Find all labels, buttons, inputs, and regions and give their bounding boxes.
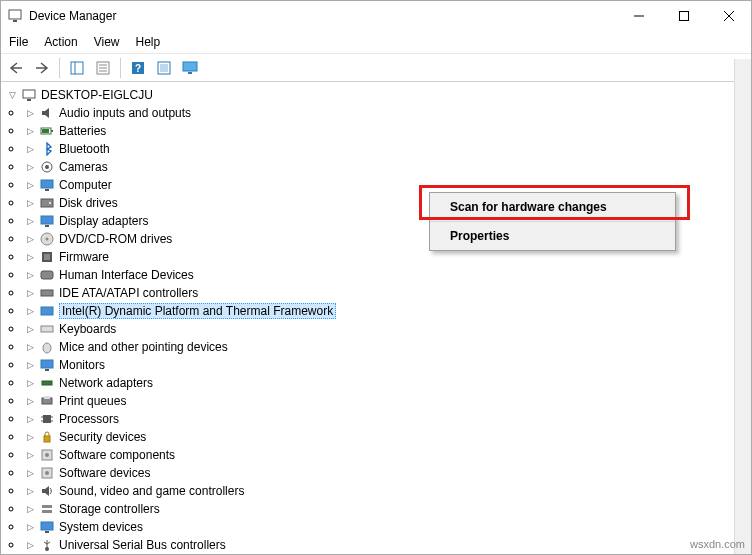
toolbar-separator bbox=[120, 58, 121, 78]
software-icon bbox=[39, 447, 55, 463]
svg-rect-30 bbox=[45, 225, 49, 227]
tree-node[interactable]: ▷Storage controllers bbox=[23, 500, 751, 518]
tree-node[interactable]: ▷Cameras bbox=[23, 158, 751, 176]
expander-icon[interactable]: ▷ bbox=[23, 322, 37, 336]
expander-icon[interactable]: ▷ bbox=[23, 412, 37, 426]
svg-rect-6 bbox=[71, 62, 83, 74]
tree-node[interactable]: ▷Universal Serial Bus controllers bbox=[23, 536, 751, 551]
expander-icon[interactable]: ▷ bbox=[23, 484, 37, 498]
svg-rect-17 bbox=[188, 72, 192, 74]
tree-node-label: Keyboards bbox=[59, 322, 116, 336]
properties-button[interactable] bbox=[92, 57, 114, 79]
svg-rect-36 bbox=[41, 290, 53, 296]
close-button[interactable] bbox=[706, 1, 751, 31]
expander-icon[interactable]: ▷ bbox=[23, 232, 37, 246]
expander-icon[interactable]: ▷ bbox=[23, 376, 37, 390]
tree-node[interactable]: ▷Software devices bbox=[23, 464, 751, 482]
tree-node-label: Cameras bbox=[59, 160, 108, 174]
expander-icon[interactable]: ▷ bbox=[23, 430, 37, 444]
menu-action[interactable]: Action bbox=[44, 35, 77, 49]
tree-node[interactable]: ▷Batteries bbox=[23, 122, 751, 140]
minimize-button[interactable] bbox=[616, 1, 661, 31]
svg-rect-51 bbox=[44, 436, 50, 442]
device-manager-icon bbox=[7, 8, 23, 24]
tree-node[interactable]: ▷Monitors bbox=[23, 356, 751, 374]
svg-rect-1 bbox=[13, 20, 17, 22]
expander-icon[interactable]: ▷ bbox=[23, 106, 37, 120]
tree-node[interactable]: ▷Software components bbox=[23, 446, 751, 464]
menu-help[interactable]: Help bbox=[136, 35, 161, 49]
tree-node[interactable]: ▷System devices bbox=[23, 518, 751, 536]
menu-file[interactable]: File bbox=[9, 35, 28, 49]
expander-icon[interactable]: ▷ bbox=[23, 448, 37, 462]
computer-icon bbox=[21, 87, 37, 103]
tree-node-label: System devices bbox=[59, 520, 143, 534]
svg-rect-25 bbox=[41, 180, 53, 188]
tree-node-label: Universal Serial Bus controllers bbox=[59, 538, 226, 551]
expander-icon[interactable]: ▷ bbox=[23, 142, 37, 156]
svg-rect-21 bbox=[51, 130, 53, 132]
tree-node[interactable]: ▷Keyboards bbox=[23, 320, 751, 338]
tree-node-label: Bluetooth bbox=[59, 142, 110, 156]
back-button[interactable] bbox=[5, 57, 27, 79]
root-label: DESKTOP-EIGLCJU bbox=[41, 88, 153, 102]
tree-node[interactable]: ▷Bluetooth bbox=[23, 140, 751, 158]
expander-icon[interactable]: ▷ bbox=[23, 268, 37, 282]
expander-icon[interactable]: ▷ bbox=[23, 214, 37, 228]
expander-icon[interactable]: ▷ bbox=[23, 538, 37, 551]
expander-icon[interactable]: ▷ bbox=[23, 340, 37, 354]
tree-node[interactable]: ▷Print queues bbox=[23, 392, 751, 410]
svg-rect-29 bbox=[41, 216, 53, 224]
svg-rect-26 bbox=[45, 189, 49, 191]
context-properties[interactable]: Properties bbox=[430, 222, 675, 250]
audio-icon bbox=[39, 105, 55, 121]
context-menu: Scan for hardware changes Properties bbox=[429, 192, 676, 251]
expander-icon[interactable]: ▷ bbox=[23, 358, 37, 372]
tree-node[interactable]: ▷Human Interface Devices bbox=[23, 266, 751, 284]
monitor-button[interactable] bbox=[179, 57, 201, 79]
menu-view[interactable]: View bbox=[94, 35, 120, 49]
expander-icon[interactable]: ▷ bbox=[23, 196, 37, 210]
forward-button[interactable] bbox=[31, 57, 53, 79]
monitor-icon bbox=[39, 357, 55, 373]
tree-root-node[interactable]: ▽ DESKTOP-EIGLCJU bbox=[5, 86, 751, 104]
tree-node[interactable]: ▷Mice and other pointing devices bbox=[23, 338, 751, 356]
maximize-button[interactable] bbox=[661, 1, 706, 31]
svg-rect-43 bbox=[42, 381, 52, 385]
svg-rect-34 bbox=[44, 254, 50, 260]
tree-node[interactable]: ▷Intel(R) Dynamic Platform and Thermal F… bbox=[23, 302, 751, 320]
tree-node[interactable]: ▷Audio inputs and outputs bbox=[23, 104, 751, 122]
tree-node[interactable]: ▷Network adapters bbox=[23, 374, 751, 392]
expander-icon[interactable]: ▷ bbox=[23, 124, 37, 138]
expander-icon[interactable]: ▷ bbox=[23, 178, 37, 192]
tree-node[interactable]: ▷Sound, video and game controllers bbox=[23, 482, 751, 500]
keyboard-icon bbox=[39, 321, 55, 337]
help-button[interactable]: ? bbox=[127, 57, 149, 79]
svg-point-40 bbox=[43, 343, 51, 353]
svg-point-32 bbox=[46, 238, 49, 241]
context-scan-hardware[interactable]: Scan for hardware changes bbox=[430, 193, 675, 222]
ide-icon bbox=[39, 285, 55, 301]
expander-icon[interactable]: ▷ bbox=[23, 466, 37, 480]
tree-node[interactable]: ▷IDE ATA/ATAPI controllers bbox=[23, 284, 751, 302]
expander-icon[interactable]: ▷ bbox=[23, 520, 37, 534]
svg-rect-0 bbox=[9, 10, 21, 19]
svg-rect-35 bbox=[41, 271, 53, 279]
scan-hardware-button[interactable] bbox=[153, 57, 175, 79]
tree-node-label: Disk drives bbox=[59, 196, 118, 210]
expander-icon[interactable]: ▷ bbox=[23, 304, 37, 318]
expander-icon[interactable]: ▷ bbox=[23, 286, 37, 300]
svg-rect-57 bbox=[42, 510, 52, 513]
expander-icon[interactable]: ▷ bbox=[23, 250, 37, 264]
vertical-scrollbar[interactable] bbox=[734, 59, 751, 554]
tree-node[interactable]: ▷Processors bbox=[23, 410, 751, 428]
expander-icon[interactable]: ▷ bbox=[23, 502, 37, 516]
tree-node[interactable]: ▷Security devices bbox=[23, 428, 751, 446]
svg-rect-38 bbox=[41, 326, 53, 332]
tree-node-label: Print queues bbox=[59, 394, 126, 408]
svg-rect-15 bbox=[160, 64, 168, 72]
expander-icon[interactable]: ▽ bbox=[5, 88, 19, 102]
show-hide-button[interactable] bbox=[66, 57, 88, 79]
expander-icon[interactable]: ▷ bbox=[23, 160, 37, 174]
expander-icon[interactable]: ▷ bbox=[23, 394, 37, 408]
